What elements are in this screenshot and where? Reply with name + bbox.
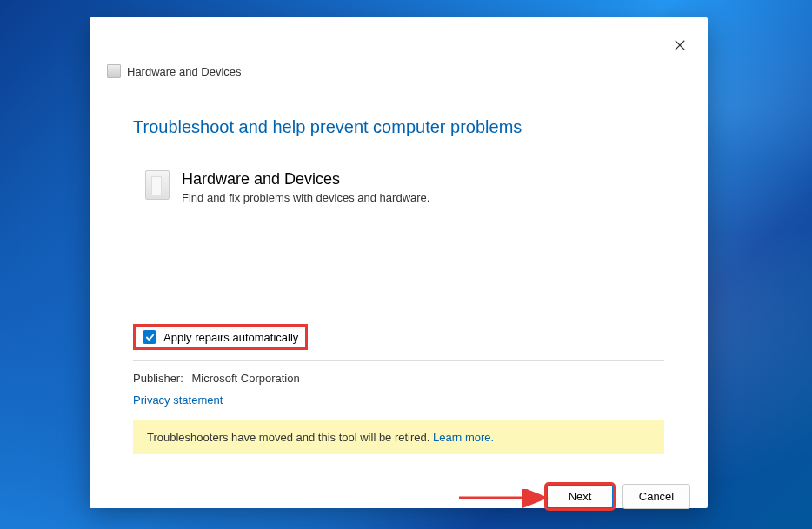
next-button[interactable]: Next (546, 484, 614, 509)
hardware-description: Find and fix problems with devices and h… (182, 191, 429, 204)
troubleshooter-header-icon (107, 64, 121, 78)
learn-more-link[interactable]: Learn more. (433, 431, 494, 444)
hardware-title: Hardware and Devices (182, 170, 429, 188)
hardware-section: Hardware and Devices Find and fix proble… (145, 170, 664, 204)
close-button[interactable] (669, 35, 690, 56)
publisher-label: Publisher: (133, 372, 183, 385)
apply-repairs-label: Apply repairs automatically (163, 331, 298, 344)
notice-text: Troubleshooters have moved and this tool… (147, 431, 433, 444)
retirement-notice: Troubleshooters have moved and this tool… (133, 420, 664, 454)
annotation-arrow-icon (455, 489, 559, 515)
close-icon (674, 39, 686, 51)
troubleshooter-dialog: Hardware and Devices Troubleshoot and he… (90, 17, 708, 508)
publisher-value: Microsoft Corporation (191, 372, 299, 385)
hardware-icon (145, 170, 170, 200)
page-title: Troubleshoot and help prevent computer p… (133, 117, 664, 137)
dialog-header: Hardware and Devices (90, 17, 708, 78)
privacy-statement-link[interactable]: Privacy statement (133, 393, 708, 407)
meta-section: Publisher: Microsoft Corporation Privacy… (90, 361, 708, 407)
check-icon (145, 333, 155, 342)
hardware-text: Hardware and Devices Find and fix proble… (182, 170, 429, 204)
dialog-header-title: Hardware and Devices (127, 65, 242, 78)
cancel-button[interactable]: Cancel (622, 484, 690, 509)
apply-repairs-checkbox[interactable] (143, 330, 156, 344)
apply-repairs-row[interactable]: Apply repairs automatically (133, 324, 308, 350)
dialog-content: Troubleshoot and help prevent computer p… (90, 78, 708, 350)
button-row: Next Cancel (90, 454, 708, 509)
